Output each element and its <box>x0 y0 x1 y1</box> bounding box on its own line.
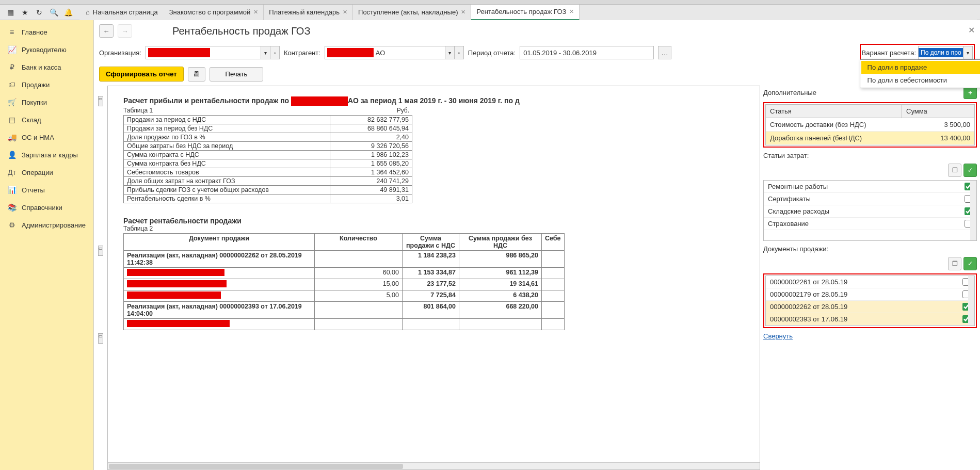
sidebar-item-main[interactable]: ≡Главное <box>0 23 93 41</box>
table-cell: 19 314,61 <box>459 279 542 290</box>
close-icon[interactable]: ✕ <box>461 9 465 15</box>
check-all-button[interactable]: ✓ <box>963 257 977 270</box>
table-cell: 68 860 645,94 <box>330 124 412 133</box>
open-icon[interactable]: ▫ <box>454 46 463 59</box>
dropdown-icon[interactable]: ▾ <box>963 46 972 59</box>
table-row[interactable]: Доработка панелей (безНДС)13 400,00 <box>766 132 974 145</box>
table-cell: 1 364 452,60 <box>330 168 412 177</box>
list-item[interactable]: 00000002261 от 28.05.19 <box>766 276 974 288</box>
table-cell: 3,01 <box>330 195 412 203</box>
bell-icon[interactable]: 🔔 <box>61 6 75 19</box>
table-cell: 961 112,39 <box>459 268 542 279</box>
dropdown-icon[interactable]: ▾ <box>261 46 270 59</box>
tab-intro[interactable]: Знакомство с программой ✕ <box>164 5 264 20</box>
scrollbar[interactable] <box>970 181 976 240</box>
period-value: 01.05.2019 - 30.06.2019 <box>523 49 597 57</box>
sidebar-item-purchases[interactable]: 🛒Покупки <box>0 93 93 111</box>
sidebar-item-reports[interactable]: 📊Отчеты <box>0 181 93 199</box>
sales-table: Документ продажи Количество Сумма продаж… <box>123 233 565 330</box>
apps-icon[interactable]: ▦ <box>3 6 18 19</box>
table-cell: Доля продажи по ГОЗ в % <box>124 133 330 142</box>
th-sum-vat: Сумма продажи с НДС <box>403 234 459 251</box>
table2-label: Таблица 2 <box>123 225 744 232</box>
back-button[interactable]: ← <box>99 24 114 38</box>
tab-profitability[interactable]: Рентабельность продаж ГОЗ ✕ <box>471 5 580 20</box>
form-report-button[interactable]: Сформировать отчет <box>99 67 184 82</box>
sidebar-item-salary[interactable]: 👤Зарплата и кадры <box>0 146 93 164</box>
list-item[interactable]: 00000002262 от 28.05.19 <box>766 301 974 313</box>
table-cell: 49 891,31 <box>330 186 412 195</box>
sidebar-item-admin[interactable]: ⚙Администрирование <box>0 216 93 234</box>
org-label: Организация: <box>99 49 141 57</box>
close-icon[interactable]: ✕ <box>253 9 258 15</box>
copy-button[interactable]: ❐ <box>948 257 961 270</box>
sidebar-item-assets[interactable]: 🚚ОС и НМА <box>0 128 93 146</box>
table-cell: 1 986 102,23 <box>330 151 412 159</box>
sidebar-item-label: Операции <box>22 169 53 176</box>
ruler-handle[interactable]: ▭ <box>98 333 103 344</box>
sidebar-item-references[interactable]: 📚Справочники <box>0 199 93 216</box>
dropdown-option-share-sales[interactable]: По доли в продаже <box>861 61 980 74</box>
list-item-label: 00000002393 от 17.06.19 <box>770 315 962 323</box>
dropdown-option-share-cost[interactable]: По доли в себестоимости <box>861 74 980 87</box>
star-icon[interactable]: ★ <box>18 6 32 19</box>
redacted-block <box>127 280 227 287</box>
history-icon[interactable]: ↻ <box>32 6 46 19</box>
org-combo[interactable]: ▾ ▫ <box>146 46 280 59</box>
list-item[interactable]: 00000002393 от 17.06.19 <box>766 313 974 326</box>
th-sum-novat: Сумма продажи без НДС <box>459 234 542 251</box>
period-picker-button[interactable]: … <box>658 46 671 59</box>
open-icon[interactable]: ▫ <box>270 46 279 59</box>
sidebar-item-manager[interactable]: 📈Руководителю <box>0 41 93 58</box>
person-icon: 👤 <box>7 151 17 159</box>
table-cell: 1 655 085,20 <box>330 159 412 168</box>
td-sum: 3 500,00 <box>902 118 974 131</box>
sidebar-item-warehouse[interactable]: ▤Склад <box>0 111 93 128</box>
td-article: Стоимость доставки (без НДС) <box>766 118 902 131</box>
list-item[interactable]: Сертификаты <box>764 193 976 205</box>
list-item-label: Ремонтные работы <box>768 183 965 190</box>
scrollbar[interactable] <box>968 276 974 326</box>
report-title: Расчет прибыли и рентабельности продаж п… <box>123 96 744 106</box>
list-item[interactable]: Складские расходы <box>764 205 976 218</box>
close-icon[interactable]: ✕ <box>343 9 347 15</box>
collapse-link[interactable]: Свернуть <box>763 331 977 341</box>
list-item[interactable]: Ремонтные работы <box>764 181 976 193</box>
copy-button[interactable]: ❐ <box>948 164 961 177</box>
sidebar-item-bank[interactable]: ₽Банк и касса <box>0 58 93 76</box>
td-sum: 13 400,00 <box>902 132 974 144</box>
tab-receipts[interactable]: Поступление (акты, накладные) ✕ <box>353 5 471 20</box>
dropdown-icon[interactable]: ▾ <box>445 46 454 59</box>
check-all-button[interactable]: ✓ <box>963 164 977 177</box>
period-input[interactable]: 01.05.2019 - 30.06.2019 <box>520 46 654 59</box>
sidebar-item-label: Склад <box>22 116 41 124</box>
close-icon[interactable]: ✕ <box>569 8 574 15</box>
sidebar-item-label: Покупки <box>22 99 47 106</box>
print-icon-button[interactable]: 🖶 <box>188 67 205 82</box>
horizontal-scrollbar[interactable] <box>108 462 760 469</box>
list-item[interactable]: 00000002179 от 28.05.19 <box>766 288 974 301</box>
extra-costs-table: Статья Сумма Стоимость доставки (без НДС… <box>765 104 975 145</box>
search-icon[interactable]: 🔍 <box>46 6 61 19</box>
table-row[interactable]: Стоимость доставки (без НДС)3 500,00 <box>766 118 974 132</box>
sidebar-item-label: Продажи <box>22 81 50 89</box>
tab-payment-calendar[interactable]: Платежный календарь ✕ <box>264 5 353 20</box>
ruler-handle[interactable]: ▭ <box>98 246 103 256</box>
print-button[interactable]: Печать <box>210 67 264 82</box>
contragent-combo[interactable]: АО ▾ ▫ <box>325 46 464 59</box>
table-cell <box>542 268 565 279</box>
table-cell: Прибыль сделки ГОЗ с учетом общих расход… <box>124 186 330 195</box>
sidebar-item-sales[interactable]: 🏷Продажи <box>0 76 93 93</box>
table-cell: Общие затраты без НДС за период <box>124 142 330 151</box>
variant-combo[interactable]: По доли в про ▾ <box>918 46 973 59</box>
tab-home[interactable]: ⌂ Начальная страница <box>79 5 164 20</box>
forward-button[interactable]: → <box>118 24 132 38</box>
rub-label: Руб. <box>397 107 412 115</box>
close-page-button[interactable]: ✕ <box>968 25 975 35</box>
list-item[interactable]: Страхование <box>764 218 976 230</box>
ruler-handle[interactable]: ▭ <box>98 96 103 106</box>
report-area[interactable]: Расчет прибыли и рентабельности продаж п… <box>107 86 760 470</box>
sidebar-item-operations[interactable]: ДтОперации <box>0 164 93 181</box>
icon-toolbar: ▦ ★ ↻ 🔍 🔔 ⌂ Начальная страница Знакомств… <box>0 5 980 20</box>
table-cell <box>542 290 565 302</box>
